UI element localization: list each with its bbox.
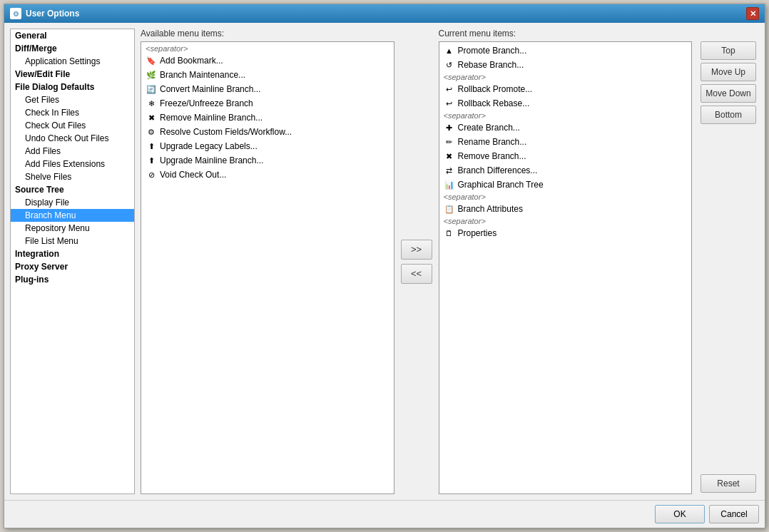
available-item-sep1[interactable]: <separator> <box>143 44 392 53</box>
rollback-icon: ↩ <box>444 98 455 109</box>
item-label-rollback-promote: Rollback Promote... <box>458 84 533 94</box>
remove-icon: ✖ <box>146 112 157 123</box>
window-title: User Options <box>26 9 79 19</box>
current-item-rollback-rebase[interactable]: ↩Rollback Rebase... <box>441 96 691 111</box>
item-label-remove-mainline: Remove Mainline Branch... <box>160 113 263 123</box>
item-label-upgrade-mainline: Upgrade Mainline Branch... <box>160 155 263 165</box>
ok-button[interactable]: OK <box>655 505 705 523</box>
current-label: Current menu items: <box>439 29 693 39</box>
window-icon: ⚙ <box>10 8 21 19</box>
item-label-resolve-custom: Resolve Custom Fields/Workflow... <box>160 127 292 137</box>
item-label-graphical-branch-tree: Graphical Branch Tree <box>458 180 544 190</box>
available-item-freeze-unfreeze[interactable]: ❄Freeze/Unfreeze Branch <box>143 96 392 111</box>
tree-item-check-in-files[interactable]: Check In Files <box>11 106 134 119</box>
resolve-icon: ⚙ <box>146 126 157 138</box>
title-bar: ⚙ User Options ✕ <box>4 4 765 23</box>
current-item-rename-branch[interactable]: ✏Rename Branch... <box>441 135 691 149</box>
bottom-bar: OK Cancel <box>4 500 765 528</box>
tree-item-undo-check-out-files[interactable]: Undo Check Out Files <box>11 132 134 145</box>
reset-button[interactable]: Reset <box>701 474 756 493</box>
diff-icon: ⇄ <box>444 165 455 176</box>
tree-item-shelve-files[interactable]: Shelve Files <box>11 170 134 183</box>
tree-item-branch-menu[interactable]: Branch Menu <box>11 209 134 222</box>
props-icon: 🗒 <box>444 227 455 239</box>
tree-item-general[interactable]: General <box>11 29 134 42</box>
current-item-sep2[interactable]: <separator> <box>441 72 691 82</box>
available-list[interactable]: <separator>🔖Add Bookmark...🌿Branch Maint… <box>141 41 394 494</box>
current-item-sep3[interactable]: <separator> <box>441 111 691 121</box>
available-item-add-bookmark[interactable]: 🔖Add Bookmark... <box>143 53 392 68</box>
tree-item-file-dialog-defaults[interactable]: File Dialog Defaults <box>11 81 134 93</box>
current-item-promote-branch[interactable]: ▲Promote Branch... <box>441 44 691 58</box>
arrows-panel: >> << <box>399 29 434 494</box>
current-item-remove-branch[interactable]: ✖Remove Branch... <box>441 149 691 163</box>
current-item-graphical-branch-tree[interactable]: 📊Graphical Branch Tree <box>441 178 691 192</box>
branch-icon: 🌿 <box>146 69 157 81</box>
mainline-icon: ⬆ <box>146 155 157 166</box>
available-item-upgrade-legacy[interactable]: ⬆Upgrade Legacy Labels... <box>143 139 392 153</box>
item-label-remove-branch: Remove Branch... <box>458 151 526 161</box>
current-list[interactable]: ▲Promote Branch...↺Rebase Branch...<sepa… <box>439 41 693 494</box>
tree-item-repository-menu[interactable]: Repository Menu <box>11 222 134 235</box>
current-item-sep4[interactable]: <separator> <box>441 192 691 202</box>
tree-item-display-file[interactable]: Display File <box>11 196 134 209</box>
main-content: GeneralDiff/MergeApplication SettingsVie… <box>4 23 765 500</box>
item-label-promote-branch: Promote Branch... <box>458 46 527 56</box>
tree-item-application-settings[interactable]: Application Settings <box>11 55 134 68</box>
close-button[interactable]: ✕ <box>746 7 759 20</box>
rebase-icon: ↺ <box>444 59 455 71</box>
rename-icon: ✏ <box>444 136 455 148</box>
create-icon: ✚ <box>444 122 455 133</box>
tree-item-plug-ins[interactable]: Plug-ins <box>11 273 134 286</box>
current-item-create-branch[interactable]: ✚Create Branch... <box>441 121 691 135</box>
item-label-convert-mainline: Convert Mainline Branch... <box>160 84 260 94</box>
current-panel: Current menu items: ▲Promote Branch...↺R… <box>439 29 693 494</box>
available-item-resolve-custom[interactable]: ⚙Resolve Custom Fields/Workflow... <box>143 125 392 139</box>
item-label-rollback-rebase: Rollback Rebase... <box>458 98 530 108</box>
ok-cancel-area: OK Cancel <box>655 505 759 523</box>
current-item-properties[interactable]: 🗒Properties <box>441 226 691 240</box>
item-label-create-branch: Create Branch... <box>458 123 520 133</box>
tree-item-integration[interactable]: Integration <box>11 247 134 260</box>
item-label-rebase-branch: Rebase Branch... <box>458 60 524 70</box>
current-item-rebase-branch[interactable]: ↺Rebase Branch... <box>441 58 691 72</box>
available-item-upgrade-mainline[interactable]: ⬆Upgrade Mainline Branch... <box>143 153 392 168</box>
available-item-remove-mainline[interactable]: ✖Remove Mainline Branch... <box>143 111 392 125</box>
tree-item-add-files[interactable]: Add Files <box>11 145 134 158</box>
freeze-icon: ❄ <box>146 98 157 109</box>
upgrade-icon: ⬆ <box>146 140 157 152</box>
user-options-window: ⚙ User Options ✕ GeneralDiff/MergeApplic… <box>4 4 765 528</box>
tree-item-add-files-extensions[interactable]: Add Files Extensions <box>11 158 134 170</box>
tree-item-get-files[interactable]: Get Files <box>11 93 134 106</box>
available-item-void-check-out[interactable]: ⊘Void Check Out... <box>143 168 392 182</box>
tree-item-check-out-files[interactable]: Check Out Files <box>11 119 134 132</box>
cancel-button[interactable]: Cancel <box>709 505 759 523</box>
left-tree-panel: GeneralDiff/MergeApplication SettingsVie… <box>10 29 135 494</box>
item-label-branch-maintenance: Branch Maintenance... <box>160 70 245 80</box>
top-button[interactable]: Top <box>701 41 756 60</box>
current-item-branch-differences[interactable]: ⇄Branch Differences... <box>441 163 691 178</box>
tree-item-proxy-server[interactable]: Proxy Server <box>11 260 134 273</box>
available-item-convert-mainline[interactable]: 🔄Convert Mainline Branch... <box>143 82 392 96</box>
tree-item-file-list-menu[interactable]: File List Menu <box>11 235 134 247</box>
tree-item-diff-merge[interactable]: Diff/Merge <box>11 42 134 55</box>
item-label-properties: Properties <box>458 228 497 238</box>
item-label-freeze-unfreeze: Freeze/Unfreeze Branch <box>160 98 253 108</box>
bookmark-icon: 🔖 <box>146 55 157 66</box>
available-label: Available menu items: <box>141 29 394 39</box>
move-down-button[interactable]: Move Down <box>701 84 756 103</box>
tree-item-view-edit-file[interactable]: View/Edit File <box>11 68 134 81</box>
add-button[interactable]: >> <box>401 240 432 260</box>
current-item-branch-attributes[interactable]: 📋Branch Attributes <box>441 202 691 216</box>
current-item-rollback-promote[interactable]: ↩Rollback Promote... <box>441 82 691 96</box>
available-item-branch-maintenance[interactable]: 🌿Branch Maintenance... <box>143 68 392 82</box>
item-label-void-check-out: Void Check Out... <box>160 170 226 180</box>
bottom-button[interactable]: Bottom <box>701 106 756 124</box>
move-up-button[interactable]: Move Up <box>701 63 756 81</box>
item-label-add-bookmark: Add Bookmark... <box>160 56 223 66</box>
tree-item-source-tree[interactable]: Source Tree <box>11 183 134 196</box>
delete-icon: ✖ <box>444 150 455 162</box>
current-item-sep5[interactable]: <separator> <box>441 216 691 226</box>
remove-button[interactable]: << <box>401 264 432 284</box>
item-label-rename-branch: Rename Branch... <box>458 137 527 147</box>
